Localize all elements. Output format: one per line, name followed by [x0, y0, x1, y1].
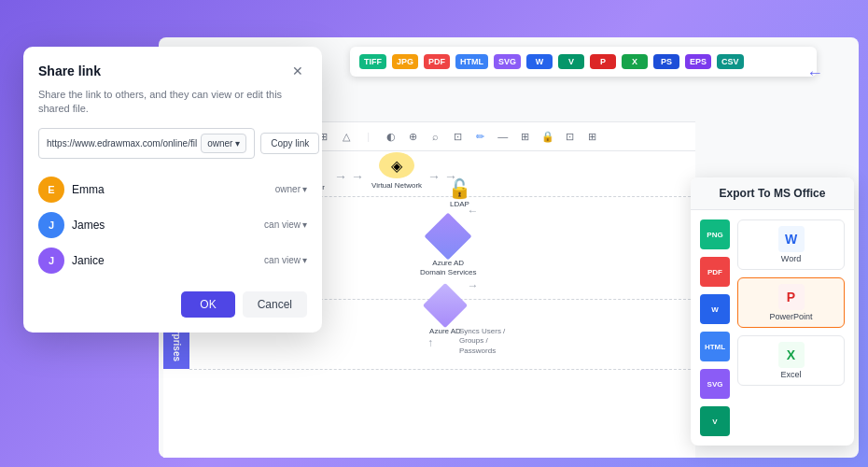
- excel-icon: X: [778, 342, 805, 368]
- azure-ad-node: Azure AD: [429, 290, 461, 335]
- arrow-indicator: ←: [806, 64, 823, 83]
- arrow-up: ↑: [427, 336, 433, 349]
- role-dropdown-james[interactable]: can view ▾: [264, 219, 307, 230]
- format-svg[interactable]: SVG: [494, 54, 521, 69]
- export-word-option[interactable]: W Word: [737, 219, 845, 270]
- toolbar-pen-icon[interactable]: ✏: [470, 126, 491, 147]
- toolbar-separator: |: [358, 126, 379, 147]
- sync-label: Syncs Users /Groups /Passwords: [459, 327, 505, 356]
- user-row-james: J James can view ▾: [38, 207, 307, 243]
- azure-ad-domain-label: Azure ADDomain Services: [420, 259, 476, 278]
- format-ps[interactable]: PS: [653, 54, 679, 69]
- export-icon-visio[interactable]: V: [700, 406, 730, 436]
- toolbar-lock-icon[interactable]: 🔒: [538, 126, 558, 147]
- format-visio[interactable]: V: [558, 54, 584, 69]
- dialog-description: Share the link to others, and they can v…: [38, 88, 307, 117]
- toolbar-chart-icon[interactable]: △: [336, 126, 357, 147]
- format-ppt[interactable]: P: [590, 54, 616, 69]
- role-dropdown-emma[interactable]: owner ▾: [275, 184, 307, 194]
- avatar-janice: J: [38, 248, 64, 274]
- azure-ad-domain-node: Azure ADDomain Services: [420, 219, 476, 278]
- format-eps[interactable]: EPS: [685, 54, 711, 69]
- avatar-emma: E: [38, 177, 64, 203]
- ok-button[interactable]: OK: [181, 291, 234, 318]
- virtual-network-node: ◈ Virtual Network: [371, 152, 422, 190]
- excel-label: Excel: [780, 370, 801, 379]
- user-name-emma: Emma: [72, 183, 268, 196]
- ldap-label: LDAP: [450, 200, 469, 208]
- export-icon-png[interactable]: PNG: [700, 219, 730, 249]
- link-row: https://www.edrawmax.com/online/fil owne…: [38, 128, 307, 159]
- link-role-dropdown[interactable]: owner ▾: [201, 134, 246, 153]
- azure-ad-label: Azure AD: [429, 327, 461, 335]
- user-row-janice: J Janice can view ▾: [38, 243, 307, 278]
- format-tiff[interactable]: TIFF: [359, 54, 386, 69]
- format-word[interactable]: W: [526, 54, 553, 69]
- user-name-janice: Janice: [72, 254, 257, 267]
- dialog-title: Share link: [38, 64, 101, 78]
- azure-diamond-1: [425, 213, 472, 261]
- format-html[interactable]: HTML: [455, 54, 488, 69]
- format-csv[interactable]: CSV: [717, 54, 744, 69]
- export-left-icons: PNG PDF W HTML SVG V: [700, 219, 730, 436]
- toolbar-crop-icon[interactable]: ⊡: [560, 126, 581, 147]
- export-panel: Export To MS Office PNG PDF W HTML SVG V…: [691, 177, 854, 446]
- dialog-close-button[interactable]: ✕: [288, 62, 307, 80]
- role-dropdown-janice[interactable]: can view ▾: [264, 255, 307, 265]
- dialog-header: Share link ✕: [38, 62, 307, 80]
- avatar-james: J: [38, 212, 64, 238]
- azure-diamond-2: [423, 283, 468, 328]
- toolbar-line-style-icon[interactable]: ⊕: [403, 126, 424, 147]
- arrow-down-2: ↑: [467, 283, 480, 289]
- toolbar-more-icon[interactable]: ⊞: [582, 126, 603, 147]
- virtual-network-label: Virtual Network: [371, 181, 422, 190]
- export-icon-word-small[interactable]: W: [700, 294, 730, 324]
- export-panel-header: Export To MS Office: [691, 177, 854, 210]
- format-jpg[interactable]: JPG: [392, 54, 418, 69]
- copy-link-button[interactable]: Copy link: [260, 133, 319, 154]
- format-excel[interactable]: X: [622, 54, 648, 69]
- toolbar-fill-icon[interactable]: ◐: [381, 126, 401, 147]
- share-dialog: Share link ✕ Share the link to others, a…: [23, 47, 322, 333]
- export-excel-option[interactable]: X Excel: [737, 335, 845, 386]
- ppt-icon: P: [778, 284, 805, 310]
- export-icon-svg[interactable]: SVG: [700, 369, 730, 399]
- export-panel-body: PNG PDF W HTML SVG V W Word P PowerPoint…: [691, 210, 854, 446]
- toolbar-grid-icon[interactable]: ⊞: [515, 126, 536, 147]
- toolbar-zoom-icon[interactable]: ⌕: [426, 126, 446, 147]
- user-name-james: James: [72, 219, 257, 232]
- link-url: https://www.edrawmax.com/online/fil: [47, 138, 197, 149]
- toolbar-minus-icon[interactable]: —: [493, 126, 513, 147]
- cancel-button[interactable]: Cancel: [243, 291, 307, 318]
- dialog-footer: OK Cancel: [38, 291, 307, 318]
- export-icon-html[interactable]: HTML: [700, 332, 730, 361]
- word-icon: W: [778, 226, 805, 252]
- link-input: https://www.edrawmax.com/online/fil owne…: [38, 128, 255, 159]
- export-icon-pdf[interactable]: PDF: [700, 257, 730, 287]
- user-row-emma: E Emma owner ▾: [38, 172, 307, 207]
- user-list: E Emma owner ▾ J James can view ▾ J Jani…: [38, 172, 307, 278]
- ldap-node: 🔓 LDAP: [448, 177, 471, 208]
- arrow-2: → →: [334, 169, 364, 184]
- ppt-label: PowerPoint: [769, 312, 812, 321]
- format-toolbar: TIFF JPG PDF HTML SVG W V P X PS EPS CSV: [350, 47, 817, 77]
- export-ppt-option[interactable]: P PowerPoint: [737, 277, 845, 328]
- network-icon: ◈: [379, 152, 414, 178]
- export-options: W Word P PowerPoint X Excel: [737, 219, 845, 436]
- arrow-down-1: ↓: [467, 208, 480, 214]
- format-pdf[interactable]: PDF: [424, 54, 450, 69]
- toolbar-fit-icon[interactable]: ⊡: [448, 126, 469, 147]
- word-label: Word: [781, 254, 801, 263]
